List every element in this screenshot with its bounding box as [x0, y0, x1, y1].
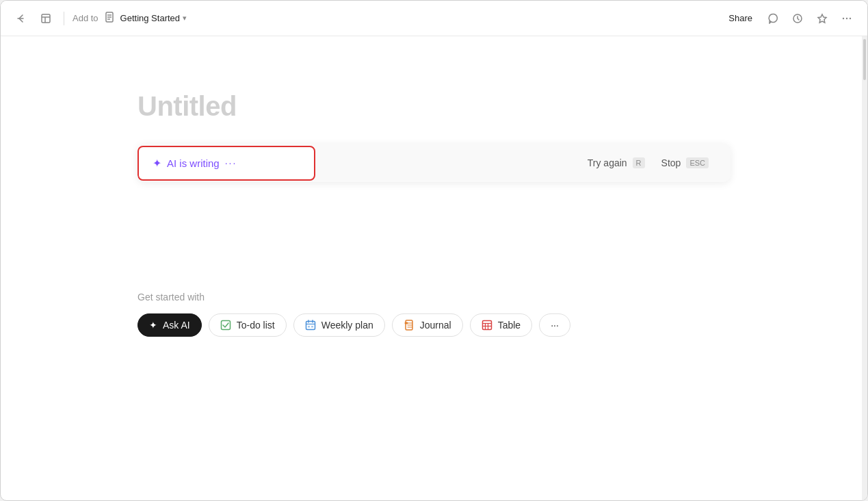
scrollbar-thumb [863, 39, 866, 80]
more-button[interactable] [837, 9, 856, 28]
more-templates-dots: ··· [551, 320, 559, 331]
ask-ai-button[interactable]: ✦ Ask AI [137, 313, 202, 337]
svg-rect-24 [482, 321, 491, 330]
share-button[interactable]: Share [723, 10, 758, 26]
todo-icon [220, 320, 231, 331]
stop-key: ESC [686, 157, 709, 168]
weekly-plan-icon [305, 320, 316, 331]
try-again-key: R [633, 157, 645, 168]
toolbar-right: Share [723, 9, 856, 28]
scrollbar[interactable] [862, 36, 867, 501]
svg-marker-8 [818, 14, 826, 23]
try-again-button[interactable]: Try again R [579, 153, 653, 172]
table-icon [482, 320, 492, 331]
table-button[interactable]: Table [470, 313, 532, 337]
weekly-plan-button[interactable]: Weekly plan [293, 313, 385, 337]
page-title: Untitled [137, 91, 731, 122]
ask-ai-icon: ✦ [149, 320, 157, 331]
svg-point-9 [843, 17, 844, 18]
breadcrumb-title[interactable]: Getting Started ▾ [120, 13, 187, 23]
svg-rect-0 [42, 14, 50, 23]
layout-button[interactable] [36, 9, 55, 28]
ai-sparkle-icon: ✦ [153, 157, 161, 170]
svg-rect-13 [306, 322, 315, 330]
add-to-label: Add to [73, 13, 98, 23]
back-button[interactable] [12, 9, 31, 28]
svg-rect-17 [308, 326, 310, 328]
svg-point-11 [850, 17, 851, 18]
ai-writing-bar: ✦ AI is writing ··· Try again R Stop ESC [137, 144, 731, 182]
todo-list-button[interactable]: To-do list [209, 313, 287, 337]
app-window: Add to Getting Started ▾ Share [0, 0, 868, 501]
main-content: Untitled ✦ AI is writing ··· Try again R… [1, 36, 867, 500]
svg-point-10 [846, 17, 847, 18]
more-templates-button[interactable]: ··· [539, 313, 570, 337]
comment-button[interactable] [763, 9, 782, 28]
star-button[interactable] [813, 9, 832, 28]
ai-writing-left: ✦ AI is writing ··· [137, 146, 315, 181]
toolbar-divider [64, 12, 64, 25]
ai-writing-dots: ··· [225, 157, 237, 168]
template-buttons: ✦ Ask AI To-do list [137, 313, 731, 337]
stop-button[interactable]: Stop ESC [653, 153, 717, 172]
history-button[interactable] [788, 9, 807, 28]
toolbar-left: Add to Getting Started ▾ [12, 9, 187, 28]
get-started-section: Get started with ✦ Ask AI To-do list [137, 292, 731, 337]
svg-rect-18 [311, 326, 313, 328]
ai-writing-text: AI is writing [167, 157, 220, 169]
get-started-label: Get started with [137, 292, 731, 303]
journal-icon [404, 320, 415, 331]
toolbar: Add to Getting Started ▾ Share [1, 1, 867, 36]
breadcrumb-chevron: ▾ [183, 14, 187, 23]
journal-button[interactable]: Journal [392, 313, 463, 337]
ai-writing-actions: Try again R Stop ESC [315, 144, 731, 182]
doc-icon [104, 12, 115, 25]
